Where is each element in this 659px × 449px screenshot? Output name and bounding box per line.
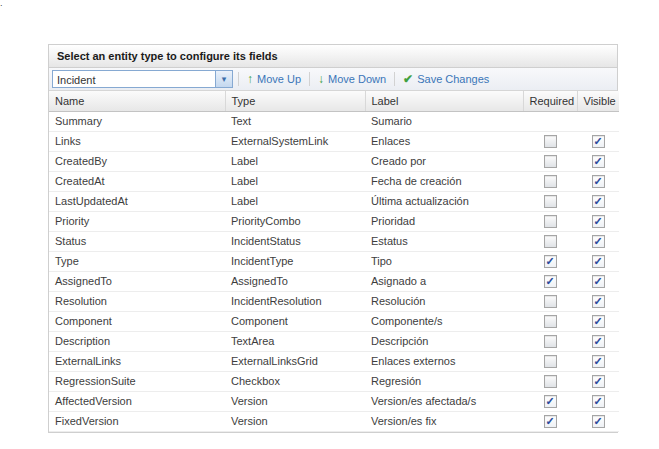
cell-type: TextArea <box>225 331 365 351</box>
cell-name: Description <box>49 331 225 351</box>
cell-name: Resolution <box>49 291 225 311</box>
cell-label: Version/es fix <box>365 411 523 431</box>
visible-checkbox[interactable]: ✓ <box>592 395 605 408</box>
cell-visible: ✓ <box>577 411 619 431</box>
table-row[interactable]: AssignedToAssignedToAsignado a✓✓ <box>49 271 619 291</box>
table-row[interactable]: CreatedAtLabelFecha de creación✓ <box>49 171 619 191</box>
column-header-name[interactable]: Name <box>49 91 225 111</box>
cell-type: IncidentType <box>225 251 365 271</box>
cell-type: Label <box>225 191 365 211</box>
table-row[interactable]: ComponentComponentComponente/s✓ <box>49 311 619 331</box>
visible-checkbox[interactable]: ✓ <box>592 215 605 228</box>
visible-checkbox[interactable]: ✓ <box>592 255 605 268</box>
cell-visible: ✓ <box>577 211 619 231</box>
cell-type: Version <box>225 411 365 431</box>
visible-checkbox[interactable]: ✓ <box>592 375 605 388</box>
cell-type: Text <box>225 111 365 131</box>
cell-visible <box>577 111 619 131</box>
table-row[interactable]: AffectedVersionVersionVersion/es afectad… <box>49 391 619 411</box>
required-checkbox[interactable] <box>544 375 557 388</box>
visible-checkbox[interactable]: ✓ <box>592 295 605 308</box>
cell-label: Prioridad <box>365 211 523 231</box>
cell-type: IncidentStatus <box>225 231 365 251</box>
table-row[interactable]: PriorityPriorityComboPrioridad✓ <box>49 211 619 231</box>
cell-name: RegressionSuite <box>49 371 225 391</box>
table-row[interactable]: LinksExternalSystemLinkEnlaces✓ <box>49 131 619 151</box>
visible-checkbox[interactable]: ✓ <box>592 275 605 288</box>
save-changes-label: Save Changes <box>417 73 489 85</box>
visible-checkbox[interactable]: ✓ <box>592 135 605 148</box>
column-header-visible[interactable]: Visible <box>577 91 619 111</box>
required-checkbox[interactable] <box>544 195 557 208</box>
grid-body: SummaryTextSumarioLinksExternalSystemLin… <box>49 111 619 431</box>
cell-required: ✓ <box>523 411 577 431</box>
table-row[interactable]: FixedVersionVersionVersion/es fix✓✓ <box>49 411 619 431</box>
move-up-button[interactable]: ↑ Move Up <box>244 73 304 85</box>
column-header-type[interactable]: Type <box>225 91 365 111</box>
required-checkbox[interactable] <box>544 215 557 228</box>
required-checkbox[interactable] <box>544 355 557 368</box>
cell-name: AssignedTo <box>49 271 225 291</box>
visible-checkbox[interactable]: ✓ <box>592 155 605 168</box>
cell-required: ✓ <box>523 251 577 271</box>
cell-label: Componente/s <box>365 311 523 331</box>
table-row[interactable]: LastUpdatedAtLabelÚltima actualización✓ <box>49 191 619 211</box>
required-checkbox[interactable]: ✓ <box>544 275 557 288</box>
column-header-required[interactable]: Required <box>523 91 577 111</box>
cell-visible: ✓ <box>577 311 619 331</box>
cell-label: Enlaces externos <box>365 351 523 371</box>
cell-type: IncidentResolution <box>225 291 365 311</box>
cell-visible: ✓ <box>577 251 619 271</box>
cell-label: Última actualización <box>365 191 523 211</box>
cell-type: Label <box>225 171 365 191</box>
panel-title: Select an entity type to configure its f… <box>57 50 278 62</box>
table-row[interactable]: SummaryTextSumario <box>49 111 619 131</box>
table-row[interactable]: DescriptionTextAreaDescripción✓ <box>49 331 619 351</box>
cell-name: Priority <box>49 211 225 231</box>
cell-label: Enlaces <box>365 131 523 151</box>
table-row[interactable]: RegressionSuiteCheckboxRegresión✓ <box>49 371 619 391</box>
cell-label: Sumario <box>365 111 523 131</box>
required-checkbox[interactable] <box>544 155 557 168</box>
cell-required <box>523 131 577 151</box>
cell-type: AssignedTo <box>225 271 365 291</box>
visible-checkbox[interactable]: ✓ <box>592 355 605 368</box>
cell-required: ✓ <box>523 391 577 411</box>
toolbar-separator <box>394 72 395 86</box>
save-changes-button[interactable]: ✔ Save Changes <box>400 73 492 85</box>
required-checkbox[interactable] <box>544 235 557 248</box>
table-row[interactable]: StatusIncidentStatusEstatus✓ <box>49 231 619 251</box>
required-checkbox[interactable] <box>544 335 557 348</box>
required-checkbox[interactable] <box>544 295 557 308</box>
cell-required <box>523 331 577 351</box>
panel-header: Select an entity type to configure its f… <box>49 45 617 68</box>
entity-type-select[interactable]: Incident ▾ <box>52 70 233 88</box>
cell-name: Summary <box>49 111 225 131</box>
grid-header-row: Name Type Label Required Visible <box>49 91 619 111</box>
required-checkbox[interactable]: ✓ <box>544 415 557 428</box>
move-up-label: Move Up <box>257 73 301 85</box>
cell-visible: ✓ <box>577 351 619 371</box>
visible-checkbox[interactable]: ✓ <box>592 335 605 348</box>
required-checkbox[interactable] <box>544 315 557 328</box>
visible-checkbox[interactable]: ✓ <box>592 175 605 188</box>
table-row[interactable]: TypeIncidentTypeTipo✓✓ <box>49 251 619 271</box>
cell-label: Fecha de creación <box>365 171 523 191</box>
table-row[interactable]: ResolutionIncidentResolutionResolución✓ <box>49 291 619 311</box>
chevron-down-icon[interactable]: ▾ <box>215 71 232 87</box>
cell-visible: ✓ <box>577 151 619 171</box>
required-checkbox[interactable]: ✓ <box>544 395 557 408</box>
column-header-label[interactable]: Label <box>365 91 523 111</box>
required-checkbox[interactable] <box>544 175 557 188</box>
visible-checkbox[interactable]: ✓ <box>592 195 605 208</box>
move-down-button[interactable]: ↓ Move Down <box>315 73 389 85</box>
required-checkbox[interactable]: ✓ <box>544 255 557 268</box>
table-row[interactable]: ExternalLinksExternalLinksGridEnlaces ex… <box>49 351 619 371</box>
required-checkbox[interactable] <box>544 135 557 148</box>
visible-checkbox[interactable]: ✓ <box>592 315 605 328</box>
cell-required <box>523 291 577 311</box>
visible-checkbox[interactable]: ✓ <box>592 415 605 428</box>
table-row[interactable]: CreatedByLabelCreado por✓ <box>49 151 619 171</box>
visible-checkbox[interactable]: ✓ <box>592 235 605 248</box>
cell-name: Component <box>49 311 225 331</box>
